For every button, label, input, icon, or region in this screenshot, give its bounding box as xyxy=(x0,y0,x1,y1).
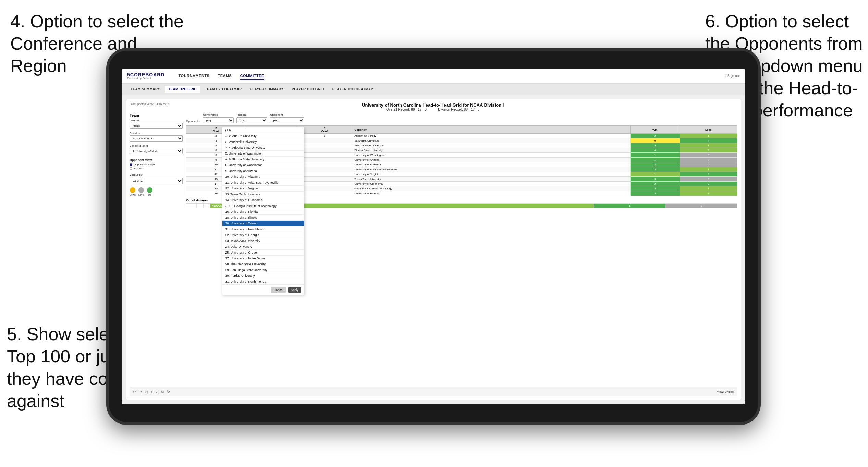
out-div-loss: 0 xyxy=(665,204,737,208)
cell-loss: 1 xyxy=(680,134,737,138)
dropdown-item[interactable]: 11. University of Arkansas, Fayetteville xyxy=(222,180,304,186)
toolbar-redo[interactable]: ↪ xyxy=(139,390,142,394)
tab-team-summary[interactable]: TEAM SUMMARY xyxy=(127,86,163,93)
cell-win: 5 xyxy=(630,191,680,196)
toolbar-copy[interactable]: ⊕ xyxy=(156,390,159,394)
region-select[interactable]: (All) xyxy=(236,117,267,123)
cell-loss: 1 xyxy=(680,143,737,148)
tab-team-h2h-heatmap[interactable]: TEAM H2H HEATMAP xyxy=(201,86,245,93)
tab-player-h2h-heatmap[interactable]: PLAYER H2H HEATMAP xyxy=(329,86,377,93)
cell-conf xyxy=(296,186,353,191)
cell-opponent: University of Arizona xyxy=(353,158,631,162)
dropdown-item[interactable]: 27. University of Notre Dame xyxy=(222,256,304,261)
logo-sub: Powered by School xyxy=(127,77,165,80)
radio-dot-opponents xyxy=(130,163,132,166)
dropdown-item[interactable]: 6. Florida State University xyxy=(222,157,304,162)
cell-conf xyxy=(296,158,353,162)
conference-filter: Conference (All) xyxy=(203,113,234,123)
dropdown-item[interactable]: 12. University of Virginia xyxy=(222,186,304,192)
gender-select[interactable]: Men's xyxy=(130,123,183,129)
dropdown-item[interactable]: 14. University of Oklahoma xyxy=(222,197,304,203)
left-panel: Team Gender Men's Division NCAA Division… xyxy=(130,113,183,387)
dropdown-item[interactable]: 24. Duke University xyxy=(222,244,304,250)
dropdown-item[interactable]: 20. University of Texas xyxy=(222,221,304,226)
toolbar-paste[interactable]: ⧉ xyxy=(161,390,164,394)
cell-win: 3 xyxy=(630,167,680,172)
cell-loss: 1 xyxy=(680,191,737,196)
dropdown-item[interactable]: 3. Vanderbilt University xyxy=(222,139,304,145)
school-select[interactable]: 1. University of Nort... xyxy=(130,148,183,154)
tab-player-h2h-grid[interactable]: PLAYER H2H GRID xyxy=(288,86,328,93)
dropdown-item[interactable]: 8. University of Washington xyxy=(222,162,304,168)
logo: 5COREBOARD Powered by School xyxy=(127,72,165,80)
school-label: School (Rank) xyxy=(130,144,183,147)
dropdown-item[interactable]: 30. Purdue University xyxy=(222,273,304,279)
nav-teams[interactable]: TEAMS xyxy=(218,72,232,80)
division-select[interactable]: NCAA Division I xyxy=(130,135,183,142)
th-loss: Loss xyxy=(680,126,737,134)
dropdown-item[interactable]: 15. Georgia Institute of Technology xyxy=(222,203,304,209)
region-filter: Region (All) xyxy=(236,113,267,123)
cell-loss: 2 xyxy=(680,148,737,153)
cell-win: 3 xyxy=(630,162,680,167)
dropdown-item[interactable]: (All) xyxy=(222,127,304,133)
dropdown-item[interactable]: 13. Texas Tech University xyxy=(222,192,304,197)
dropdown-item[interactable]: 28. The Ohio State University xyxy=(222,261,304,267)
tablet-screen: 5COREBOARD Powered by School TOURNAMENTS… xyxy=(122,69,745,404)
out-div-reg xyxy=(197,204,204,208)
cell-win: 5 xyxy=(630,186,680,191)
dropdown-item[interactable]: 5. University of Washington xyxy=(222,151,304,157)
colour-by-section: Colour by Win/loss xyxy=(130,173,183,184)
cell-opponent: Texas Tech University xyxy=(353,177,631,182)
cell-loss: 0 xyxy=(680,162,737,167)
opponent-view-section: Opponent View Opponents Played Top 100 xyxy=(130,158,183,170)
dropdown-item[interactable]: 29. San Diego State University xyxy=(222,267,304,273)
toolbar: ↩ ↪ ◁ ▷ ⊕ ⧉ ↻ View: Original xyxy=(130,387,737,396)
cell-loss: 0 xyxy=(680,153,737,158)
dropdown-item[interactable]: 9. University of Arizona xyxy=(222,168,304,174)
cell-opponent: University of Arkansas, Fayetteville xyxy=(353,167,631,172)
dropdown-item[interactable]: 4. Arizona State University xyxy=(222,145,304,151)
toolbar-back[interactable]: ◁ xyxy=(145,390,147,394)
out-div-rank xyxy=(186,204,197,208)
toolbar-refresh[interactable]: ↻ xyxy=(167,390,170,394)
cell-loss: 0 xyxy=(680,158,737,162)
dropdown-item[interactable]: 25. University of Oregon xyxy=(222,250,304,256)
conference-select[interactable]: (All) xyxy=(203,117,234,123)
tab-team-h2h-grid[interactable]: TEAM H2H GRID xyxy=(165,86,200,93)
cell-conf xyxy=(296,191,353,196)
cell-win: 1 xyxy=(630,172,680,177)
apply-button[interactable]: Apply xyxy=(288,287,302,293)
tab-player-summary[interactable]: PLAYER SUMMARY xyxy=(246,86,287,93)
dropdown-item[interactable]: 31. University of North Florida xyxy=(222,279,304,285)
dropdown-item[interactable]: 10. University of Alabama xyxy=(222,174,304,180)
opponent-dropdown: (All)2. Auburn University3. Vanderbilt U… xyxy=(222,127,304,295)
dropdown-item[interactable]: 21. University of New Mexico xyxy=(222,226,304,232)
toolbar-undo[interactable]: ↩ xyxy=(133,390,136,394)
nav-tournaments[interactable]: TOURNAMENTS xyxy=(179,72,210,80)
radio-opponents-played[interactable]: Opponents Played xyxy=(130,163,183,166)
dropdown-item[interactable]: 18. University of Illinois xyxy=(222,215,304,221)
legend-level: Level xyxy=(138,187,144,196)
cell-conf xyxy=(296,167,353,172)
subnav: TEAM SUMMARY TEAM H2H GRID TEAM H2H HEAT… xyxy=(122,84,745,95)
gender-label: Gender xyxy=(130,119,183,122)
cell-loss: 1 xyxy=(680,167,737,172)
nav-committee[interactable]: COMMITTEE xyxy=(240,72,264,80)
dropdown-item[interactable]: 16. University of Florida xyxy=(222,209,304,215)
dropdown-item[interactable]: 2. Auburn University xyxy=(222,133,304,139)
opponent-select[interactable]: (All) xyxy=(270,117,304,123)
dropdown-item[interactable]: 23. Texas A&M University xyxy=(222,238,304,244)
cell-opponent: University of Alabama xyxy=(353,162,631,167)
colour-by-select[interactable]: Win/loss xyxy=(130,178,183,184)
nav-links: TOURNAMENTS TEAMS COMMITTEE xyxy=(179,72,264,80)
cell-opponent: University of Oklahoma xyxy=(353,182,631,186)
radio-top100[interactable]: Top 100 xyxy=(130,167,183,170)
nav-signout[interactable]: | Sign out xyxy=(725,74,740,78)
toolbar-forward[interactable]: ▷ xyxy=(150,390,153,394)
dropdown-item[interactable]: 22. University of Georgia xyxy=(222,232,304,238)
opponent-label: Opponent xyxy=(270,113,304,116)
cell-opponent: Florida State University xyxy=(353,148,631,153)
cell-win: 2 xyxy=(630,182,680,186)
cancel-button[interactable]: Cancel xyxy=(271,287,286,293)
